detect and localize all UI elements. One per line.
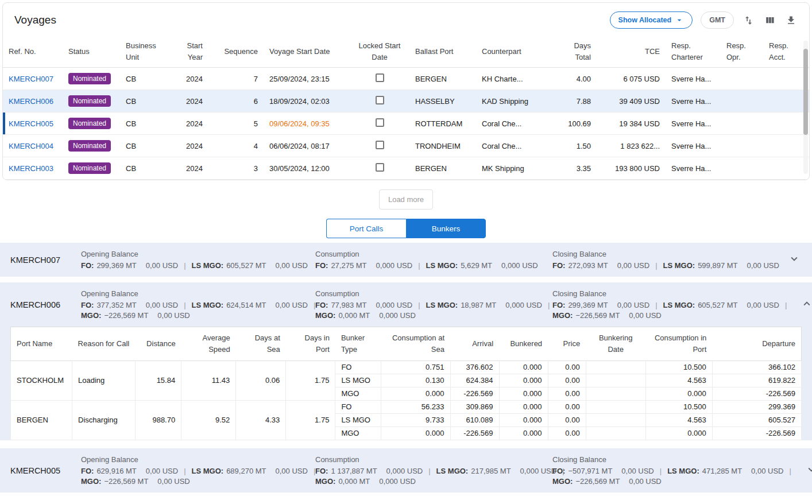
fuel-qty: 689,270 MT xyxy=(226,467,266,475)
cell-port-name: STOCKHOLM xyxy=(11,361,72,401)
bunker-section-kmerch005: KMERCH005 Opening Balance FO:629,916 MT0… xyxy=(0,448,812,493)
cell-price: 0.00 xyxy=(548,374,586,387)
locked-start-date-checkbox[interactable] xyxy=(376,163,384,172)
chevron-down-icon[interactable] xyxy=(787,251,802,268)
cell-departure: 619.822 xyxy=(712,374,801,387)
load-more-button[interactable]: Load more xyxy=(379,189,433,210)
voyage-ref-link[interactable]: KMERCH004 xyxy=(9,142,53,150)
col-price: Price xyxy=(548,327,586,361)
balance-entry: FO:629,916 MT0,00 USD xyxy=(81,467,178,475)
chevron-down-icon[interactable] xyxy=(804,462,812,479)
columns-icon[interactable] xyxy=(763,14,776,27)
cell-resp-charterer: Sverre Ha... xyxy=(666,90,721,113)
col-tce[interactable]: TCE xyxy=(597,36,666,68)
cell-sequence: 4 xyxy=(208,135,264,157)
cell-bunker-type: FO xyxy=(335,361,381,374)
chevron-up-icon[interactable] xyxy=(799,296,812,313)
page-title: Voyages xyxy=(14,14,56,26)
fuel-qty: 299,369 MT xyxy=(568,301,608,309)
download-icon[interactable] xyxy=(784,14,798,27)
cell-resp-acct xyxy=(763,135,809,157)
voyage-row[interactable]: KMERCH007 Nominated CB 2024 7 25/09/2024… xyxy=(3,68,809,90)
cell-business-unit: CB xyxy=(120,90,172,113)
col-days-total[interactable]: Days Total xyxy=(556,36,597,68)
voyage-row[interactable]: KMERCH004 Nominated CB 2024 4 06/06/2024… xyxy=(3,135,809,157)
port-calls-table-wrap: Port Name Reason for Call Distance Avera… xyxy=(10,327,802,440)
col-status[interactable]: Status xyxy=(63,36,120,68)
voyage-ref-link[interactable]: KMERCH005 xyxy=(9,119,53,128)
cell-arrival: -226.569 xyxy=(450,427,499,440)
locked-start-date-checkbox[interactable] xyxy=(376,118,384,127)
balance-entry: LS MGO:599,897 MT0,00 USD xyxy=(663,261,779,270)
voyage-row[interactable]: KMERCH006 Nominated CB 2024 6 18/09/2024… xyxy=(3,90,809,113)
cell-departure: 299.369 xyxy=(712,401,801,414)
col-days-at-sea: Days at Sea xyxy=(236,327,286,361)
cell-bunkered: 0.000 xyxy=(499,414,548,427)
fuel-usd: 0,00 USD xyxy=(157,477,190,486)
fuel-usd: 0,000 USD xyxy=(376,301,413,309)
cell-days-in-port: 1.75 xyxy=(286,401,335,440)
sort-icon[interactable] xyxy=(742,14,755,27)
col-resp-opr[interactable]: Resp. Opr. xyxy=(721,36,763,68)
section-header[interactable]: KMERCH005 Opening Balance FO:629,916 MT0… xyxy=(0,448,812,493)
fuel-qty: −226,569 MT xyxy=(575,311,620,320)
col-resp-acct[interactable]: Resp. Acct. xyxy=(763,36,809,68)
cell-voyage-start-date: 30/05/2024, 12:00 xyxy=(264,157,350,180)
balance-entry: LS MGO:689,270 MT0,00 USD xyxy=(192,467,308,475)
col-ref-no[interactable]: Ref. No. xyxy=(3,36,63,68)
tab-bunkers[interactable]: Bunkers xyxy=(406,219,486,238)
col-voyage-start-date[interactable]: Voyage Start Date xyxy=(264,36,350,68)
fuel-label: FO: xyxy=(552,467,565,475)
locked-start-date-checkbox[interactable] xyxy=(376,73,384,82)
cell-counterpart: Coral Che... xyxy=(476,135,556,157)
cell-tce: 6 075 USD xyxy=(597,68,666,90)
cell-start-year: 2024 xyxy=(172,135,208,157)
fuel-usd: 0,00 USD xyxy=(629,311,661,320)
col-sequence[interactable]: Sequence xyxy=(208,36,264,68)
col-business-unit[interactable]: Business Unit xyxy=(120,36,172,68)
balance-entry: MGO:−226,569 MT0,00 USD xyxy=(81,477,190,486)
col-start-year[interactable]: Start Year xyxy=(172,36,208,68)
voyage-ref-link[interactable]: KMERCH003 xyxy=(9,164,53,173)
separator xyxy=(418,261,420,270)
cell-ballast-port: BERGEN xyxy=(409,157,476,180)
cell-consumption-at-sea: 9.733 xyxy=(381,414,450,427)
closing-balance-group: Closing Balance FO:272,093 MT0,00 USDLS … xyxy=(552,249,787,270)
cell-locked-start-date xyxy=(350,135,409,157)
col-resp-charterer[interactable]: Resp. Charterer xyxy=(666,36,721,68)
status-badge: Nominated xyxy=(68,140,111,152)
locked-start-date-checkbox[interactable] xyxy=(376,96,384,104)
section-header[interactable]: KMERCH006 Opening Balance FO:377,352 MT0… xyxy=(0,282,812,327)
fuel-qty: 605,527 MT xyxy=(226,261,266,270)
cell-bunker-type: LS MGO xyxy=(335,374,381,387)
col-locked-start-date[interactable]: Locked Start Date xyxy=(350,36,409,68)
section-header[interactable]: KMERCH007 Opening Balance FO:299,369 MT0… xyxy=(0,243,812,277)
voyage-ref-link[interactable]: KMERCH007 xyxy=(9,75,53,83)
gmt-button[interactable]: GMT xyxy=(701,11,734,29)
fuel-label: FO: xyxy=(81,301,94,309)
group-title: Consumption xyxy=(315,455,546,464)
fuel-label: MGO: xyxy=(552,477,573,486)
voyage-row-selected[interactable]: KMERCH005 Nominated CB 2024 5 09/06/2024… xyxy=(3,113,809,135)
balance-entry: MGO:−226,569 MT0,00 USD xyxy=(552,477,662,486)
cell-bunkered: 0.000 xyxy=(499,387,548,401)
group-title: Opening Balance xyxy=(81,249,308,259)
fuel-usd: 0,00 USD xyxy=(747,261,779,270)
closing-balance-group: Closing Balance FO:−507,971 MT0,00 USDLS… xyxy=(552,455,804,486)
col-bunkered: Bunkered xyxy=(499,327,548,361)
col-counterpart[interactable]: Counterpart xyxy=(476,36,556,68)
cell-bunker-type: FO xyxy=(335,401,381,414)
show-allocated-dropdown[interactable]: Show Allocated xyxy=(610,11,693,29)
tab-port-calls[interactable]: Port Calls xyxy=(326,219,406,238)
cell-resp-opr xyxy=(721,157,763,180)
voyage-ref-link[interactable]: KMERCH006 xyxy=(9,97,53,106)
locked-start-date-checkbox[interactable] xyxy=(376,141,384,149)
cell-sequence: 3 xyxy=(208,157,264,180)
fuel-usd: 0,000 USD xyxy=(520,467,557,475)
scrollbar-thumb[interactable] xyxy=(803,49,808,135)
vertical-scrollbar[interactable] xyxy=(803,41,808,174)
col-ballast-port[interactable]: Ballast Port xyxy=(409,36,476,68)
voyage-row[interactable]: KMERCH003 Nominated CB 2024 3 30/05/2024… xyxy=(3,157,809,180)
balance-entry: FO:299,369 MT0,00 USD xyxy=(552,301,649,309)
separator xyxy=(655,301,657,309)
